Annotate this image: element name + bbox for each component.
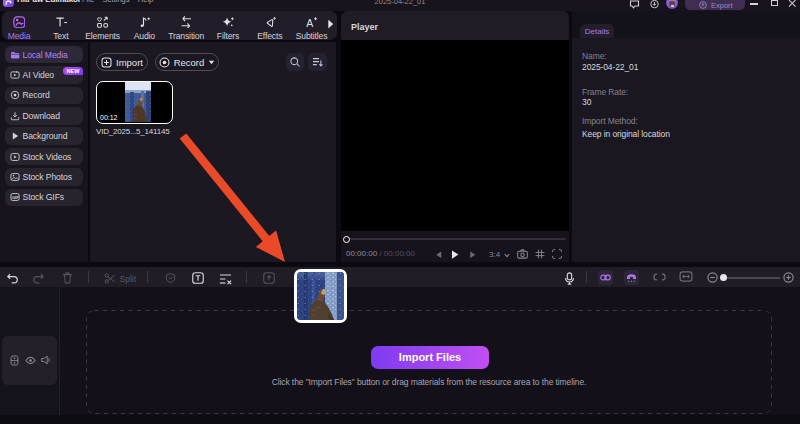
svg-text:GIF: GIF [12, 195, 19, 200]
svg-text:A: A [307, 16, 314, 28]
